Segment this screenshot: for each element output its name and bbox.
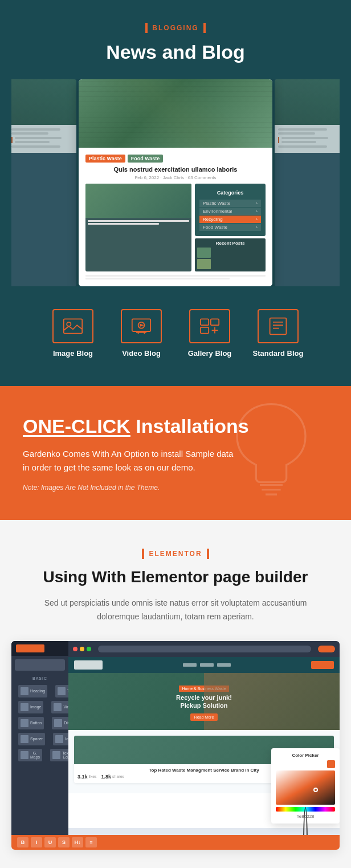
- el-header-btn: [311, 661, 334, 669]
- el-cat-basic: Basic: [11, 674, 68, 683]
- el-dot-red: [73, 647, 77, 651]
- oneclick-description: Gardenko Comes With An Option to install…: [23, 447, 239, 474]
- el-site-header: [68, 657, 340, 673]
- el-header: [11, 641, 68, 656]
- blog-type-image: Image Blog: [44, 309, 101, 358]
- label-bar-right: [203, 23, 206, 33]
- elementor-canvas: Home & Business Waste Recycle your junk!…: [68, 641, 340, 835]
- el-widget-div: Divider: [52, 717, 68, 729]
- image-blog-label: Image Blog: [53, 349, 93, 358]
- el-nav-2: [200, 663, 214, 667]
- el-publish-btn: [318, 646, 335, 652]
- el-color-picker: Color Picker #e86228: [271, 748, 340, 824]
- el-site-logo: [74, 660, 103, 670]
- video-blog-label: Video Blog: [122, 349, 161, 358]
- blog-preview-left: [11, 79, 76, 286]
- elementor-label-text: ELEMENTOR: [149, 550, 202, 558]
- el-cp-title: Color Picker: [276, 753, 335, 758]
- blog-type-video: Video Blog: [113, 309, 170, 358]
- el-fmt-list[interactable]: ≡: [85, 837, 97, 847]
- el-widget-text: Text: [55, 685, 68, 697]
- label-bar-left: [145, 23, 148, 33]
- el-fmt-italic[interactable]: I: [31, 837, 42, 847]
- gallery-blog-label: Gallery Blog: [188, 349, 232, 358]
- blog-meta: Feb 6, 2022 · Jack Chris · 63 Comments: [85, 175, 266, 180]
- el-fmt-strike[interactable]: S: [58, 837, 70, 847]
- el-widget-icon-icon: [55, 735, 63, 743]
- el-hero-badge: Home & Business Waste: [179, 686, 228, 692]
- el-widget-gmap-icon: [21, 751, 28, 759]
- elementor-description: Sed ut perspiciatis unde omnis iste natu…: [33, 597, 318, 624]
- el-widget-spacer-icon: [21, 735, 28, 743]
- blog-main-image: [79, 79, 272, 148]
- el-dot-green: [87, 647, 91, 651]
- blog-main-content: Plastic Waste Food Waste Quis nostrud ex…: [79, 148, 272, 286]
- sidebar-item-food: Food Waste›: [199, 224, 261, 231]
- blog-sidebar: Categories Plastic Waste› Environmental›…: [195, 184, 266, 236]
- el-cp-swatch: [276, 770, 335, 805]
- blog-tag-food: Food Waste: [128, 155, 164, 163]
- el-dot-yellow: [80, 647, 84, 651]
- el-widget-div-icon: [54, 719, 62, 727]
- blog-preview-title: Quis nostrud exercitation ullamco labori…: [85, 166, 266, 173]
- el-canvas-toolbar: [68, 641, 340, 657]
- elementor-label: ELEMENTOR: [142, 549, 209, 559]
- blog-preview-right: [275, 79, 340, 286]
- standard-icon: [268, 316, 288, 336]
- el-fmt-underline[interactable]: U: [44, 837, 56, 847]
- el-site-nav: [183, 663, 231, 667]
- video-icon: [131, 316, 152, 336]
- el-widget-text-ed: Text Ed.: [50, 749, 68, 761]
- blog-tags: Plastic Waste Food Waste: [85, 155, 266, 163]
- el-cp-rainbow: [276, 807, 335, 812]
- svg-marker-4: [140, 324, 144, 327]
- el-logo: [16, 644, 44, 652]
- elementor-title: Using With Elementor page builder: [11, 567, 340, 587]
- el-widget-row-2: Image Video: [15, 700, 65, 715]
- standard-blog-label: Standard Blog: [253, 349, 304, 358]
- el-widget-icon: Icon: [53, 733, 68, 745]
- blog-previews: Plastic Waste Food Waste Quis nostrud ex…: [11, 79, 340, 286]
- standard-blog-icon-box: [258, 309, 299, 343]
- sidebar-item-env: Environmental›: [199, 208, 261, 215]
- el-widget-row-3: Button Divider: [15, 716, 65, 731]
- elementor-section: ELEMENTOR Using With Elementor page buil…: [0, 520, 351, 868]
- el-fmt-bold[interactable]: B: [17, 837, 28, 847]
- recent-posts-title: Recent Posts: [197, 241, 263, 246]
- blogging-title: News and Blog: [11, 41, 340, 63]
- el-widget-image: Image: [18, 701, 43, 713]
- el-fmt-heading[interactable]: H↓: [72, 837, 83, 847]
- el-format-bar: B I U S H↓ ≡: [11, 835, 340, 850]
- el-widget-heading: Heading: [18, 685, 47, 697]
- el-widget-text-ed-icon: [52, 751, 60, 759]
- sidebar-item-plastic: Plastic Waste›: [199, 200, 261, 207]
- blogging-label: BLOGGING: [145, 23, 205, 33]
- el-widget-row-4: Spacer Icon: [15, 732, 65, 747]
- svg-rect-10: [201, 327, 209, 334]
- el-label-bar-left: [142, 549, 144, 559]
- oneclick-highlight: ONE-CLICK: [23, 415, 130, 437]
- el-widget-video-icon: [54, 703, 62, 711]
- blog-type-gallery: Gallery Blog: [181, 309, 238, 358]
- blog-types: Image Blog Video Blog: [11, 309, 340, 358]
- el-widget-spacer: Spacer: [18, 733, 45, 745]
- el-hero-section: Home & Business Waste Recycle your junk!…: [68, 673, 340, 730]
- video-blog-icon-box: [121, 309, 162, 343]
- blog-type-standard: Standard Blog: [250, 309, 307, 358]
- blog-preview-main: Plastic Waste Food Waste Quis nostrud ex…: [79, 79, 272, 286]
- el-hero-sub2: Recycle your junk!: [74, 694, 334, 701]
- el-widget-text-icon: [58, 687, 66, 695]
- el-cp-cursor: [313, 788, 318, 792]
- blogging-label-text: BLOGGING: [152, 24, 198, 32]
- el-widget-video: Video: [51, 701, 68, 713]
- el-cp-hue-cursor: [303, 807, 308, 835]
- el-hero-title: Pickup Solution: [74, 702, 334, 709]
- lightbulb-bg-icon: [214, 395, 328, 511]
- sidebar-item-recycling: Recycling›: [199, 216, 261, 223]
- el-widget-image-icon: [21, 703, 28, 711]
- image-blog-icon-box: [52, 309, 93, 343]
- image-icon: [63, 316, 83, 336]
- el-stat-2: 1.8k shares: [101, 774, 125, 780]
- svg-rect-13: [270, 318, 287, 335]
- el-nav-3: [217, 663, 231, 667]
